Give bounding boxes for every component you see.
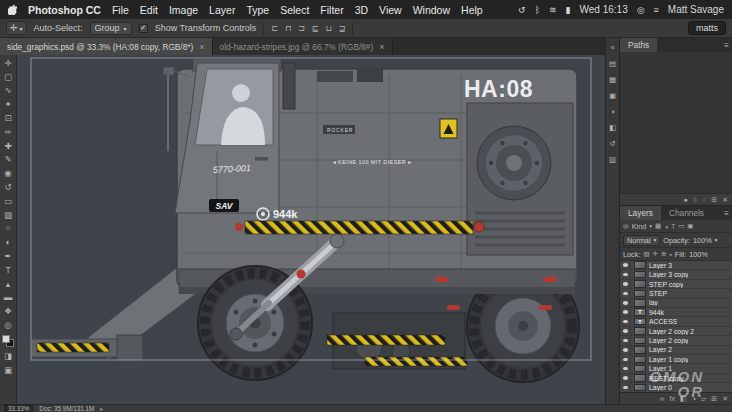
layer-thumbnail[interactable] [634, 261, 646, 269]
panel-menu-icon[interactable]: ≡ [724, 41, 732, 50]
magic-wand-tool[interactable]: ✦ [0, 97, 16, 111]
healing-brush-tool[interactable]: ✚ [0, 139, 16, 153]
history-panel-icon[interactable]: ↺ [609, 139, 615, 148]
path-select-tool[interactable]: ▴ [0, 277, 16, 291]
brush-tool[interactable]: ✎ [0, 153, 16, 167]
tab-channels[interactable]: Channels [661, 206, 712, 220]
workspace-switcher[interactable]: matts [688, 21, 726, 35]
screen-mode-icon[interactable]: ▣ [0, 363, 16, 377]
gradient-tool[interactable]: ▨ [0, 208, 16, 222]
layer-thumbnail[interactable] [634, 290, 646, 298]
document-tab-active[interactable]: side_graphics.psd @ 33.3% (HA:08 copy, R… [0, 38, 213, 55]
filter-smart-icon[interactable]: ▣ [687, 222, 693, 230]
layer-visibility-toggle[interactable] [620, 355, 631, 363]
layer-thumbnail[interactable] [634, 374, 646, 382]
wifi-icon[interactable]: ≋ [549, 5, 557, 15]
bluetooth-icon[interactable]: ᛒ [535, 5, 540, 15]
layer-visibility-toggle[interactable] [620, 261, 631, 269]
layer-visibility-toggle[interactable] [620, 364, 631, 372]
menu-item-image[interactable]: Image [169, 4, 198, 16]
type-tool[interactable]: T [0, 263, 16, 277]
layer-name[interactable]: STEP [649, 290, 667, 297]
hand-tool[interactable]: ❖ [0, 304, 16, 318]
layer-thumbnail[interactable] [634, 327, 646, 335]
layer-thumbnail[interactable] [634, 346, 646, 354]
spotlight-icon[interactable]: ◎ [637, 5, 645, 15]
notification-center-icon[interactable]: ≡ [654, 5, 659, 15]
menu-item-photoshop[interactable]: Photoshop CC [28, 4, 101, 16]
filter-adjustment-icon[interactable]: ◑ [664, 223, 668, 230]
eyedropper-tool[interactable]: ✑ [0, 125, 16, 139]
menu-item-help[interactable]: Help [461, 4, 483, 16]
blur-tool[interactable]: ○ [0, 222, 16, 236]
lock-all-icon[interactable]: ▪ [670, 251, 672, 258]
panel-menu-icon[interactable]: ≡ [724, 209, 732, 218]
layer-name[interactable]: STEP copy [649, 281, 683, 288]
layer-row[interactable]: Layer 2 copy [620, 336, 732, 345]
menu-item-view[interactable]: View [379, 4, 402, 16]
marquee-tool[interactable]: ▢ [0, 70, 16, 84]
menu-item-file[interactable]: File [112, 4, 129, 16]
move-tool[interactable]: ✛ [0, 56, 16, 70]
layer-visibility-toggle[interactable] [620, 383, 631, 391]
layer-thumbnail[interactable] [634, 384, 646, 392]
adjustment-layer-icon[interactable]: ◑ [692, 395, 696, 402]
layer-name[interactable]: Layer 2 [649, 346, 672, 353]
layer-row[interactable]: Layer 2 [620, 346, 732, 355]
close-icon[interactable]: × [379, 42, 384, 52]
layer-row[interactable]: STEP copy [620, 280, 732, 289]
layer-name[interactable]: Layer 2 copy 2 [649, 328, 694, 335]
align-right-edges-icon[interactable]: ⊐ [298, 24, 305, 33]
document-canvas[interactable]: 5770-001 SAV HA:08 ROCKER ◂ KEINE 100 MI… [17, 55, 605, 404]
menu-item-edit[interactable]: Edit [140, 4, 158, 16]
collapse-panels-icon[interactable]: « [610, 43, 614, 52]
color-panel-icon[interactable]: ▤ [609, 59, 616, 68]
layer-name[interactable]: Layer 0 [649, 384, 672, 391]
layer-row[interactable]: Layer 1 copy [620, 355, 732, 364]
layer-name[interactable]: ACCESS [649, 318, 677, 325]
layer-row[interactable]: Layer 3 copy [620, 270, 732, 279]
layer-thumbnail[interactable] [634, 280, 646, 288]
libraries-panel-icon[interactable]: ▣ [609, 91, 616, 100]
layer-visibility-toggle[interactable] [620, 346, 631, 354]
battery-icon[interactable]: ▮ [566, 5, 571, 15]
fill-path-icon[interactable]: ● [684, 196, 688, 203]
layer-name[interactable]: Layer 3 copy [649, 271, 688, 278]
foreground-color-swatch[interactable] [2, 335, 10, 343]
path-selection-icon[interactable]: ◌ [702, 196, 706, 203]
lock-transparency-icon[interactable]: ▨ [643, 250, 649, 258]
menu-clock[interactable]: Wed 16:13 [580, 4, 628, 15]
layer-visibility-toggle[interactable] [620, 374, 631, 382]
lock-pixels-icon[interactable]: ✛ [653, 250, 658, 258]
layer-thumbnail[interactable] [634, 356, 646, 364]
filter-pixel-icon[interactable]: ▦ [655, 222, 661, 230]
layer-row[interactable]: T944k [620, 308, 732, 317]
sync-icon[interactable]: ↺ [518, 5, 526, 15]
layer-visibility-toggle[interactable] [620, 308, 631, 316]
layer-name[interactable]: Layer 2 copy [649, 337, 688, 344]
zoom-tool[interactable]: ◎ [0, 318, 16, 332]
layer-name[interactable]: REST copy [649, 375, 684, 382]
lock-position-icon[interactable]: ⊕ [661, 250, 666, 258]
layer-visibility-toggle[interactable] [620, 327, 631, 335]
history-brush-tool[interactable]: ↺ [0, 180, 16, 194]
filter-type-icon[interactable]: T [671, 223, 675, 230]
menu-item-type[interactable]: Type [246, 4, 269, 16]
align-bottom-edges-icon[interactable]: ⊒ [339, 24, 346, 33]
align-v-centers-icon[interactable]: ⊔ [326, 24, 332, 33]
paths-list[interactable] [620, 52, 732, 193]
layer-row[interactable]: STEP [620, 289, 732, 298]
new-path-icon[interactable]: ⊞ [711, 196, 717, 204]
stroke-path-icon[interactable]: ○ [693, 196, 697, 203]
document-tab-inactive[interactable]: old-hazard-stripes.jpg @ 66.7% (RGB/8#) … [213, 38, 393, 55]
align-left-edges-icon[interactable]: ⊏ [271, 24, 278, 33]
zoom-level-field[interactable]: 33.33% [4, 405, 33, 412]
menu-item-window[interactable]: Window [413, 4, 450, 16]
layer-row[interactable]: TACCESS [620, 317, 732, 326]
layer-row[interactable]: Layer 1 [620, 364, 732, 373]
opacity-value[interactable]: 100% [693, 236, 712, 245]
pen-tool[interactable]: ✒ [0, 249, 16, 263]
layer-thumbnail-text[interactable]: T [634, 308, 646, 316]
layer-name[interactable]: lay [649, 299, 658, 306]
layer-name[interactable]: 944k [649, 309, 664, 316]
